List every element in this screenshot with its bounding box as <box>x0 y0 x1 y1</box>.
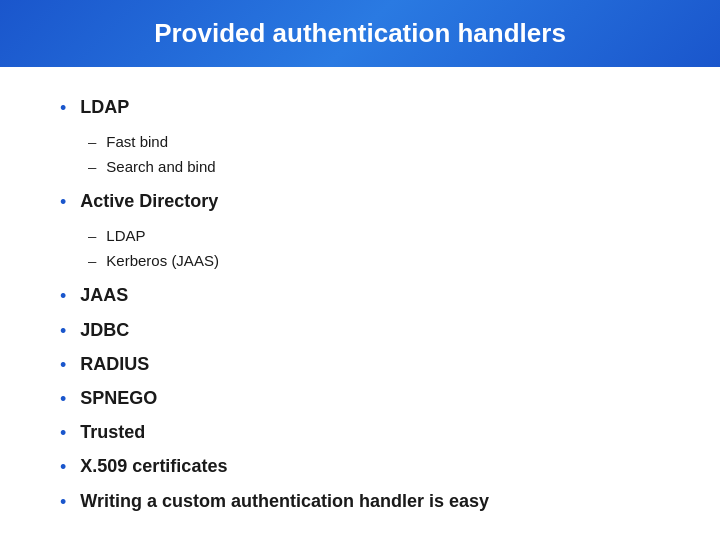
bullet-text-x509: X.509 certificates <box>80 454 227 479</box>
sub-list-ldap: – Fast bind – Search and bind <box>88 131 660 177</box>
sub-dash-ad-ldap: – <box>88 225 96 246</box>
sub-text-search-bind: Search and bind <box>106 156 215 177</box>
bullet-item-jaas: • JAAS <box>60 283 660 309</box>
bullet-text-spnego: SPNEGO <box>80 386 157 411</box>
sub-text-fast-bind: Fast bind <box>106 131 168 152</box>
bullet-dot-custom: • <box>60 490 66 515</box>
bullet-text-ldap: LDAP <box>80 95 129 120</box>
bullet-text-jaas: JAAS <box>80 283 128 308</box>
sub-dash-fast-bind: – <box>88 131 96 152</box>
bullet-dot-radius: • <box>60 353 66 378</box>
sub-text-kerberos: Kerberos (JAAS) <box>106 250 219 271</box>
sub-list-active-directory: – LDAP – Kerberos (JAAS) <box>88 225 660 271</box>
bullet-item-radius: • RADIUS <box>60 352 660 378</box>
bullet-dot-jdbc: • <box>60 319 66 344</box>
bullet-item-x509: • X.509 certificates <box>60 454 660 480</box>
slide-title: Provided authentication handlers <box>154 18 566 49</box>
bullet-text-radius: RADIUS <box>80 352 149 377</box>
sub-dash-search-bind: – <box>88 156 96 177</box>
bullet-text-active-directory: Active Directory <box>80 189 218 214</box>
slide-content: • LDAP – Fast bind – Search and bind • A… <box>0 67 720 540</box>
bullet-dot-trusted: • <box>60 421 66 446</box>
sub-item-ad-ldap: – LDAP <box>88 225 660 246</box>
sub-text-ad-ldap: LDAP <box>106 225 145 246</box>
slide-header: Provided authentication handlers <box>0 0 720 67</box>
bullet-item-jdbc: • JDBC <box>60 318 660 344</box>
bullet-text-custom: Writing a custom authentication handler … <box>80 489 489 514</box>
bullet-dot-spnego: • <box>60 387 66 412</box>
bullet-dot-ldap: • <box>60 96 66 121</box>
bullet-dot-active-directory: • <box>60 190 66 215</box>
slide: Provided authentication handlers • LDAP … <box>0 0 720 540</box>
bullet-dot-jaas: • <box>60 284 66 309</box>
bullet-group-ldap: • LDAP – Fast bind – Search and bind <box>60 95 660 181</box>
sub-item-search-bind: – Search and bind <box>88 156 660 177</box>
sub-item-fast-bind: – Fast bind <box>88 131 660 152</box>
bullet-item-spnego: • SPNEGO <box>60 386 660 412</box>
bullet-item-ldap: • LDAP <box>60 95 660 121</box>
bullet-group-active-directory: • Active Directory – LDAP – Kerberos (JA… <box>60 189 660 275</box>
sub-dash-kerberos: – <box>88 250 96 271</box>
bullet-text-jdbc: JDBC <box>80 318 129 343</box>
bullet-dot-x509: • <box>60 455 66 480</box>
bullet-text-trusted: Trusted <box>80 420 145 445</box>
bullet-item-custom: • Writing a custom authentication handle… <box>60 489 660 515</box>
bullet-item-trusted: • Trusted <box>60 420 660 446</box>
bullet-item-active-directory: • Active Directory <box>60 189 660 215</box>
sub-item-kerberos: – Kerberos (JAAS) <box>88 250 660 271</box>
